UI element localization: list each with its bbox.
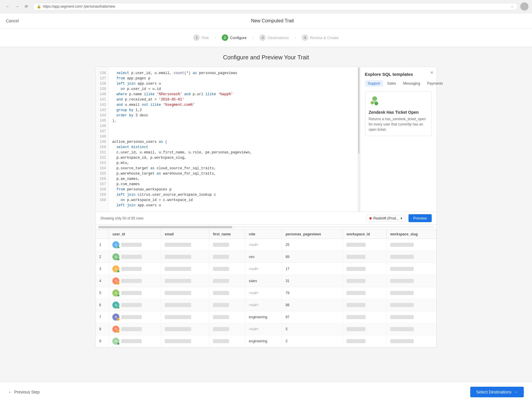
step-pick: 1 Pick <box>190 33 212 42</box>
col-first-name: first_name <box>209 230 245 239</box>
row-number: 4 <box>96 275 109 287</box>
back-button[interactable]: ← <box>4 2 12 11</box>
user-avatar: C <box>112 241 119 248</box>
tab-payments[interactable]: Payments <box>424 80 446 87</box>
address-bar[interactable]: 🔒 https://app.segment.com/ /personas/tra… <box>33 3 518 10</box>
cell-user-id: T <box>109 323 161 335</box>
step-review: 4 Review & Create <box>298 33 342 42</box>
cell-role: <null> <box>245 287 282 299</box>
cell-email <box>161 239 209 251</box>
user-avatar: T <box>112 326 119 333</box>
cell-workspace-slug <box>386 275 436 287</box>
template-card: Zendesk Has Ticket Open Returns a has_ze… <box>365 91 432 136</box>
editor-container: 136137138139 140141142143 144145146147 1… <box>96 67 437 212</box>
cell-first-name <box>209 311 245 323</box>
table-row: 3 A <null> 17 <box>96 263 436 275</box>
col-role: role <box>245 230 282 239</box>
cell-workspace-id <box>343 323 387 335</box>
row-number: 3 <box>96 263 109 275</box>
row-number: 6 <box>96 299 109 311</box>
cell-user-id: A <box>109 263 161 275</box>
cell-workspace-id <box>343 275 387 287</box>
step-pick-number: 1 <box>193 34 200 41</box>
cell-workspace-slug <box>386 335 436 347</box>
bookmark-icon[interactable]: ☆ <box>511 4 514 9</box>
step-configure: 2 Configure <box>218 33 250 42</box>
reload-button[interactable]: ⟳ <box>22 2 31 11</box>
cell-pageviews: 25 <box>282 239 343 251</box>
forward-button[interactable]: → <box>13 2 21 11</box>
cell-first-name <box>209 275 245 287</box>
url-text: https://app.segment.com/ /personas/trait… <box>43 4 115 9</box>
svg-point-3 <box>373 100 376 102</box>
tab-messaging[interactable]: Messaging <box>400 80 423 87</box>
col-rownum <box>96 230 109 239</box>
table-row: 8 T <null> 5 <box>96 323 436 335</box>
table-row: 6 S <null> 88 <box>96 299 436 311</box>
table-row: 9 G engineering 2 <box>96 335 436 347</box>
col-workspace-id: workspace_id <box>343 230 387 239</box>
cell-role: sales <box>245 275 282 287</box>
cell-email <box>161 323 209 335</box>
row-number: 7 <box>96 311 109 323</box>
step-divider-3: › <box>295 36 296 40</box>
cell-user-id: C <box>109 239 161 251</box>
row-number: 2 <box>96 251 109 263</box>
step-configure-label: Configure <box>230 36 246 40</box>
cell-first-name <box>209 323 245 335</box>
section-title: Configure and Preview Your Trait <box>96 54 437 61</box>
cell-workspace-slug <box>386 251 436 263</box>
cell-workspace-slug <box>386 311 436 323</box>
cell-user-id: S <box>109 251 161 263</box>
cell-first-name <box>209 299 245 311</box>
data-table-container: user_id email first_name role personas_p… <box>96 230 437 348</box>
h-scrollbar-thumb <box>98 226 233 228</box>
cell-email <box>161 335 209 347</box>
col-user-id: user_id <box>109 230 161 239</box>
step-destinations-label: Destinations <box>268 36 289 40</box>
cell-workspace-id <box>343 251 387 263</box>
page-title: New Computed Trait <box>19 18 526 24</box>
row-number: 1 <box>96 239 109 251</box>
vertical-scrollbar[interactable] <box>358 67 360 212</box>
main-content: Configure and Preview Your Trait 1361371… <box>90 54 443 371</box>
cell-workspace-slug <box>386 239 436 251</box>
browser-nav-buttons: ← → ⟳ <box>4 2 31 11</box>
tab-support[interactable]: Support <box>365 80 383 87</box>
cell-pageviews: 2 <box>282 335 343 347</box>
warehouse-chevron: ▾ <box>401 216 402 220</box>
templates-close-button[interactable]: × <box>430 70 433 75</box>
cell-pageviews: 79 <box>282 287 343 299</box>
cell-email <box>161 311 209 323</box>
cell-workspace-id <box>343 263 387 275</box>
step-destinations-number: 3 <box>259 34 266 41</box>
row-number: 8 <box>96 323 109 335</box>
svg-point-1 <box>371 101 374 104</box>
results-bar: Showing only 50 of 85 rows Redshift (Pro… <box>96 212 437 225</box>
horizontal-scrollbar[interactable] <box>98 226 434 228</box>
table-row: 5 A <null> 79 <box>96 287 436 299</box>
warehouse-selector[interactable]: Redshift (Prod... ▾ <box>366 215 406 222</box>
code-editor[interactable]: 136137138139 140141142143 144145146147 1… <box>96 67 358 212</box>
table-row: 7 E engineering 97 <box>96 311 436 323</box>
results-actions: Redshift (Prod... ▾ Preview <box>366 214 432 222</box>
preview-button[interactable]: Preview <box>408 214 431 222</box>
cancel-button[interactable]: Cancel <box>6 19 19 23</box>
col-workspace-slug: workspace_slug <box>386 230 436 239</box>
code-content[interactable]: select p.user_id, u.email, count(*) as p… <box>109 67 358 212</box>
step-destinations: 3 Destinations <box>256 33 292 42</box>
tab-sales[interactable]: Sales <box>384 80 399 87</box>
cell-workspace-id <box>343 299 387 311</box>
template-tabs: Support Sales Messaging Payments <box>365 80 432 87</box>
step-pick-label: Pick <box>201 36 209 40</box>
cell-role: <null> <box>245 263 282 275</box>
step-review-number: 4 <box>302 34 308 41</box>
user-avatar: S <box>112 302 119 309</box>
cell-email <box>161 251 209 263</box>
templates-title: Explore SQL templates <box>365 72 432 77</box>
cell-workspace-id <box>343 287 387 299</box>
user-avatar: A <box>112 289 119 297</box>
cell-email <box>161 299 209 311</box>
scroll-bar-container <box>96 225 437 230</box>
stepper: 1 Pick › 2 Configure › 3 Destinations › … <box>0 29 532 47</box>
